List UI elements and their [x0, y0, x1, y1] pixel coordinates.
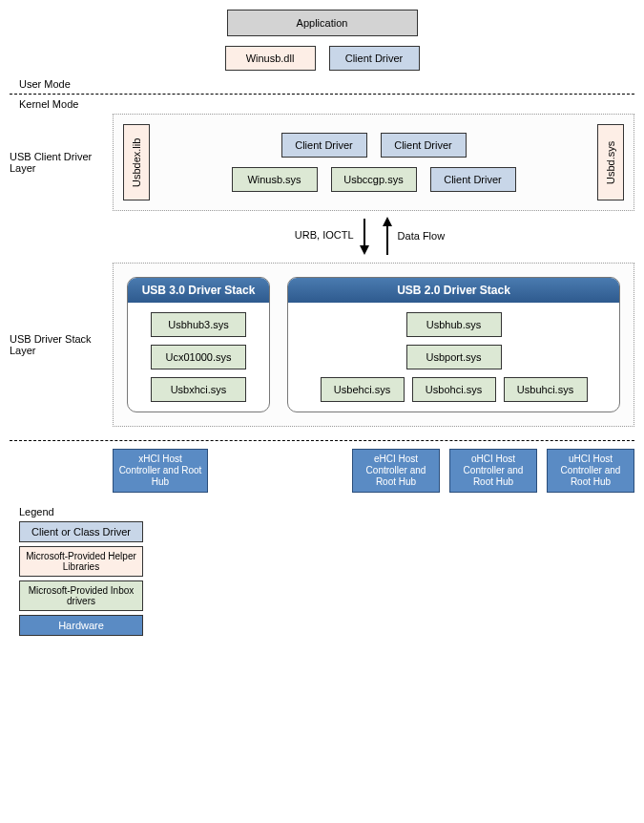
legend-title: Legend — [19, 506, 634, 517]
svg-marker-1 — [360, 245, 369, 255]
usbport-box: Usbport.sys — [406, 345, 502, 369]
usbuhci-box: Usbuhci.sys — [504, 377, 588, 402]
client-driver-c-box: Client Driver — [430, 167, 516, 192]
urb-label: URB, IOCTL — [295, 229, 354, 242]
xhci-box: xHCI Host Controller and Root Hub — [113, 449, 208, 493]
user-mode-label: User Mode — [19, 78, 634, 90]
client-layer-label: USB Client Driver Layer — [10, 114, 105, 211]
usb20-title: USB 2.0 Driver Stack — [288, 278, 619, 303]
uhci-box: uHCI Host Controller and Root Hub — [547, 449, 634, 493]
svg-marker-3 — [383, 217, 392, 226]
kernel-mode-label: Kernel Mode — [19, 98, 634, 110]
arrow-section: URB, IOCTL Data Flow — [105, 217, 634, 255]
up-arrow-icon — [381, 217, 394, 255]
user-mode-section: Application Winusb.dll Client Driver Use… — [10, 10, 634, 90]
usbhub3-box: Usbhub3.sys — [151, 312, 246, 337]
client-layer-container: Usbdex.lib Client Driver Client Driver W… — [113, 114, 634, 211]
legend-helper: Microsoft-Provided Helper Libraries — [19, 546, 143, 577]
hardware-divider — [10, 440, 634, 441]
ohci-box: oHCI Host Controller and Root Hub — [449, 449, 537, 493]
usbohci-box: Usbohci.sys — [412, 377, 496, 402]
usbdex-lib-box: Usbdex.lib — [123, 124, 150, 200]
down-arrow-icon — [358, 217, 371, 255]
ucx-box: Ucx01000.sys — [151, 345, 246, 369]
mode-divider — [10, 94, 634, 95]
ehci-box: eHCI Host Controller and Root Hub — [352, 449, 440, 493]
dataflow-label: Data Flow — [398, 230, 446, 242]
application-box: Application — [227, 10, 418, 36]
winusb-sys-box: Winusb.sys — [232, 167, 318, 192]
usb20-stack: USB 2.0 Driver Stack Usbhub.sys Usbport.… — [287, 277, 620, 412]
stack-layer-label: USB Driver Stack Layer — [10, 263, 105, 427]
legend-client: Client or Class Driver — [19, 521, 143, 542]
legend-hardware: Hardware — [19, 615, 143, 636]
usbxhci-box: Usbxhci.sys — [151, 377, 246, 402]
legend-inbox: Microsoft-Provided Inbox drivers — [19, 580, 143, 611]
usb30-stack: USB 3.0 Driver Stack Usbhub3.sys Ucx0100… — [127, 277, 270, 412]
winusb-dll-box: Winusb.dll — [225, 46, 316, 71]
usbccgp-box: Usbccgp.sys — [331, 167, 417, 192]
usb30-title: USB 3.0 Driver Stack — [128, 278, 269, 303]
client-driver-b-box: Client Driver — [381, 133, 467, 158]
usbehci-box: Usbehci.sys — [321, 377, 405, 402]
usbhub-box: Usbhub.sys — [406, 312, 502, 337]
stack-layer-container: USB 3.0 Driver Stack Usbhub3.sys Ucx0100… — [113, 263, 634, 427]
legend-section: Legend Client or Class Driver Microsoft-… — [19, 506, 634, 636]
client-driver-user-box: Client Driver — [329, 46, 420, 71]
usbd-sys-box: Usbd.sys — [597, 124, 624, 200]
client-driver-a-box: Client Driver — [281, 133, 367, 158]
